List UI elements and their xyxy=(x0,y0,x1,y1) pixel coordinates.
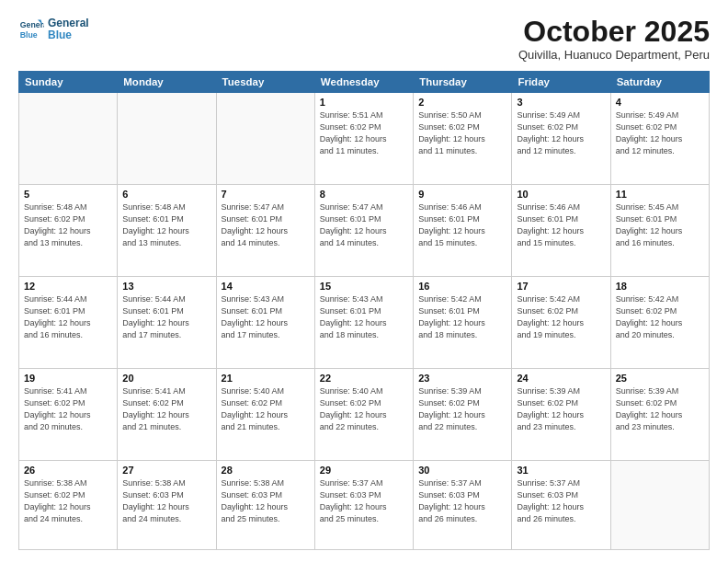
calendar-cell: 12Sunrise: 5:44 AM Sunset: 6:01 PM Dayli… xyxy=(19,276,118,368)
day-info: Sunrise: 5:46 AM Sunset: 6:01 PM Dayligh… xyxy=(517,201,605,249)
day-info: Sunrise: 5:38 AM Sunset: 6:03 PM Dayligh… xyxy=(122,477,210,525)
day-number: 14 xyxy=(222,281,310,292)
calendar-cell: 25Sunrise: 5:39 AM Sunset: 6:02 PM Dayli… xyxy=(610,368,709,460)
calendar-cell: 17Sunrise: 5:42 AM Sunset: 6:02 PM Dayli… xyxy=(512,276,610,368)
calendar-cell: 23Sunrise: 5:39 AM Sunset: 6:02 PM Dayli… xyxy=(414,368,512,460)
calendar-cell: 3Sunrise: 5:49 AM Sunset: 6:02 PM Daylig… xyxy=(512,93,610,185)
day-number: 9 xyxy=(418,189,506,200)
calendar-cell: 24Sunrise: 5:39 AM Sunset: 6:02 PM Dayli… xyxy=(512,368,610,460)
day-info: Sunrise: 5:39 AM Sunset: 6:02 PM Dayligh… xyxy=(616,385,704,433)
calendar-cell: 27Sunrise: 5:38 AM Sunset: 6:03 PM Dayli… xyxy=(118,460,216,550)
day-number: 2 xyxy=(418,97,506,108)
calendar-cell: 18Sunrise: 5:42 AM Sunset: 6:02 PM Dayli… xyxy=(610,276,709,368)
day-number: 22 xyxy=(320,373,408,384)
weekday-header: Sunday xyxy=(19,72,118,93)
day-number: 26 xyxy=(24,465,112,476)
day-info: Sunrise: 5:42 AM Sunset: 6:02 PM Dayligh… xyxy=(616,293,704,341)
day-info: Sunrise: 5:47 AM Sunset: 6:01 PM Dayligh… xyxy=(222,201,310,249)
day-info: Sunrise: 5:43 AM Sunset: 6:01 PM Dayligh… xyxy=(320,293,408,341)
calendar-cell: 13Sunrise: 5:44 AM Sunset: 6:01 PM Dayli… xyxy=(118,276,216,368)
day-number: 19 xyxy=(24,373,112,384)
day-info: Sunrise: 5:37 AM Sunset: 6:03 PM Dayligh… xyxy=(418,477,506,525)
day-number: 30 xyxy=(418,465,506,476)
day-info: Sunrise: 5:44 AM Sunset: 6:01 PM Dayligh… xyxy=(122,293,210,341)
calendar-cell: 19Sunrise: 5:41 AM Sunset: 6:02 PM Dayli… xyxy=(19,368,118,460)
day-info: Sunrise: 5:39 AM Sunset: 6:02 PM Dayligh… xyxy=(517,385,605,433)
calendar-cell: 1Sunrise: 5:51 AM Sunset: 6:02 PM Daylig… xyxy=(314,93,413,185)
day-number: 27 xyxy=(122,465,210,476)
weekday-header: Monday xyxy=(118,72,216,93)
day-info: Sunrise: 5:38 AM Sunset: 6:03 PM Dayligh… xyxy=(222,477,310,525)
day-info: Sunrise: 5:42 AM Sunset: 6:02 PM Dayligh… xyxy=(517,293,605,341)
weekday-header: Tuesday xyxy=(216,72,314,93)
calendar-cell: 30Sunrise: 5:37 AM Sunset: 6:03 PM Dayli… xyxy=(414,460,512,550)
logo-text2: Blue xyxy=(48,29,89,41)
day-number: 7 xyxy=(222,189,310,200)
weekday-header: Saturday xyxy=(610,72,709,93)
day-info: Sunrise: 5:37 AM Sunset: 6:03 PM Dayligh… xyxy=(517,477,605,525)
day-number: 4 xyxy=(616,97,704,108)
day-info: Sunrise: 5:50 AM Sunset: 6:02 PM Dayligh… xyxy=(418,109,506,157)
page: General Blue General Blue October 2025 Q… xyxy=(0,0,728,563)
day-number: 13 xyxy=(122,281,210,292)
day-number: 28 xyxy=(222,465,310,476)
day-number: 15 xyxy=(320,281,408,292)
calendar-cell: 21Sunrise: 5:40 AM Sunset: 6:02 PM Dayli… xyxy=(216,368,314,460)
header-right: October 2025 Quivilla, Huanuco Departmen… xyxy=(518,17,710,62)
day-number: 12 xyxy=(24,281,112,292)
day-info: Sunrise: 5:43 AM Sunset: 6:01 PM Dayligh… xyxy=(222,293,310,341)
calendar-cell: 20Sunrise: 5:41 AM Sunset: 6:02 PM Dayli… xyxy=(118,368,216,460)
day-number: 3 xyxy=(517,97,605,108)
calendar-cell: 15Sunrise: 5:43 AM Sunset: 6:01 PM Dayli… xyxy=(314,276,413,368)
calendar-cell xyxy=(19,93,118,185)
day-info: Sunrise: 5:48 AM Sunset: 6:02 PM Dayligh… xyxy=(24,201,112,249)
location: Quivilla, Huanuco Department, Peru xyxy=(518,48,710,62)
calendar-cell: 28Sunrise: 5:38 AM Sunset: 6:03 PM Dayli… xyxy=(216,460,314,550)
calendar-cell: 8Sunrise: 5:47 AM Sunset: 6:01 PM Daylig… xyxy=(314,184,413,276)
header: General Blue General Blue October 2025 Q… xyxy=(18,17,710,62)
day-number: 29 xyxy=(320,465,408,476)
day-info: Sunrise: 5:44 AM Sunset: 6:01 PM Dayligh… xyxy=(24,293,112,341)
weekday-header: Friday xyxy=(512,72,610,93)
day-info: Sunrise: 5:45 AM Sunset: 6:01 PM Dayligh… xyxy=(616,201,704,249)
calendar-cell: 11Sunrise: 5:45 AM Sunset: 6:01 PM Dayli… xyxy=(610,184,709,276)
calendar-cell: 2Sunrise: 5:50 AM Sunset: 6:02 PM Daylig… xyxy=(414,93,512,185)
day-number: 10 xyxy=(517,189,605,200)
calendar-cell: 7Sunrise: 5:47 AM Sunset: 6:01 PM Daylig… xyxy=(216,184,314,276)
day-number: 25 xyxy=(616,373,704,384)
month-title: October 2025 xyxy=(518,17,710,46)
day-info: Sunrise: 5:49 AM Sunset: 6:02 PM Dayligh… xyxy=(517,109,605,157)
calendar-cell: 22Sunrise: 5:40 AM Sunset: 6:02 PM Dayli… xyxy=(314,368,413,460)
calendar-cell: 9Sunrise: 5:46 AM Sunset: 6:01 PM Daylig… xyxy=(414,184,512,276)
day-number: 11 xyxy=(616,189,704,200)
calendar-cell: 16Sunrise: 5:42 AM Sunset: 6:01 PM Dayli… xyxy=(414,276,512,368)
calendar-cell: 5Sunrise: 5:48 AM Sunset: 6:02 PM Daylig… xyxy=(19,184,118,276)
day-number: 1 xyxy=(320,97,408,108)
calendar-cell: 26Sunrise: 5:38 AM Sunset: 6:02 PM Dayli… xyxy=(19,460,118,550)
day-info: Sunrise: 5:49 AM Sunset: 6:02 PM Dayligh… xyxy=(616,109,704,157)
logo-icon: General Blue xyxy=(18,17,44,42)
weekday-header: Thursday xyxy=(414,72,512,93)
weekday-header: Wednesday xyxy=(314,72,413,93)
day-info: Sunrise: 5:51 AM Sunset: 6:02 PM Dayligh… xyxy=(320,109,408,157)
day-info: Sunrise: 5:37 AM Sunset: 6:03 PM Dayligh… xyxy=(320,477,408,525)
day-info: Sunrise: 5:41 AM Sunset: 6:02 PM Dayligh… xyxy=(122,385,210,433)
day-number: 23 xyxy=(418,373,506,384)
day-number: 20 xyxy=(122,373,210,384)
day-number: 17 xyxy=(517,281,605,292)
calendar-cell: 4Sunrise: 5:49 AM Sunset: 6:02 PM Daylig… xyxy=(610,93,709,185)
svg-text:Blue: Blue xyxy=(20,30,38,40)
day-info: Sunrise: 5:39 AM Sunset: 6:02 PM Dayligh… xyxy=(418,385,506,433)
day-info: Sunrise: 5:42 AM Sunset: 6:01 PM Dayligh… xyxy=(418,293,506,341)
calendar-cell: 29Sunrise: 5:37 AM Sunset: 6:03 PM Dayli… xyxy=(314,460,413,550)
day-number: 31 xyxy=(517,465,605,476)
calendar-cell: 10Sunrise: 5:46 AM Sunset: 6:01 PM Dayli… xyxy=(512,184,610,276)
day-info: Sunrise: 5:46 AM Sunset: 6:01 PM Dayligh… xyxy=(418,201,506,249)
calendar-cell xyxy=(610,460,709,550)
calendar-week-row: 1Sunrise: 5:51 AM Sunset: 6:02 PM Daylig… xyxy=(19,93,710,185)
calendar-week-row: 26Sunrise: 5:38 AM Sunset: 6:02 PM Dayli… xyxy=(19,460,710,550)
calendar-table: SundayMondayTuesdayWednesdayThursdayFrid… xyxy=(18,71,710,550)
day-number: 6 xyxy=(122,189,210,200)
day-info: Sunrise: 5:40 AM Sunset: 6:02 PM Dayligh… xyxy=(222,385,310,433)
calendar-cell: 6Sunrise: 5:48 AM Sunset: 6:01 PM Daylig… xyxy=(118,184,216,276)
